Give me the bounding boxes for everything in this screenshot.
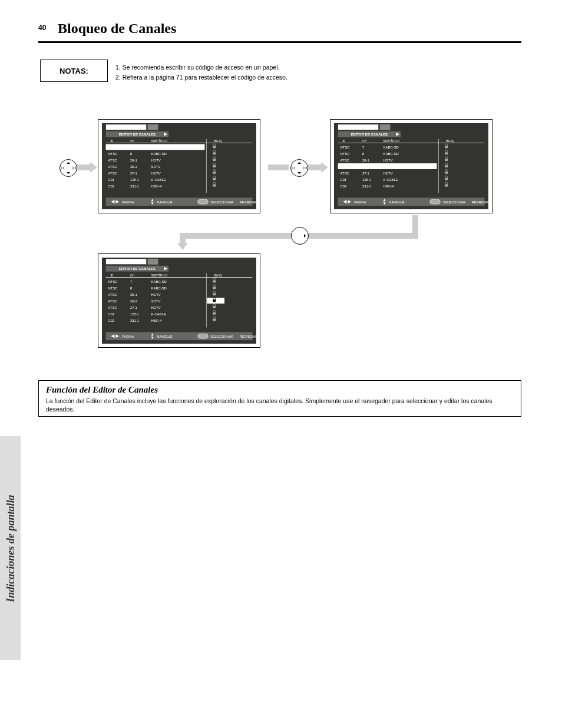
arrow-down-icon bbox=[177, 243, 188, 250]
svg-text:NAVEGUE: NAVEGUE bbox=[157, 200, 172, 204]
svg-text:SDTV: SDTV bbox=[151, 165, 161, 169]
svg-text:26-2: 26-2 bbox=[130, 299, 137, 303]
svg-text:BLOQUEAR: BLOQUEAR bbox=[115, 259, 137, 264]
svg-rect-87 bbox=[445, 178, 448, 180]
svg-text:7: 7 bbox=[130, 280, 132, 284]
svg-text:NAVEGUE: NAVEGUE bbox=[389, 200, 404, 204]
editor-function-box: Función del Editor de Canales La función… bbox=[38, 380, 521, 417]
svg-text:REGRESAR: REGRESAR bbox=[240, 335, 258, 338]
svg-text:231-1: 231-1 bbox=[362, 185, 371, 188]
svg-rect-16 bbox=[213, 146, 216, 148]
svg-text:HDTV: HDTV bbox=[384, 172, 393, 175]
note-1: 1. Se recomienda escribir su código de a… bbox=[115, 64, 279, 71]
svg-text:SUBTÍTULO: SUBTÍTULO bbox=[384, 139, 400, 143]
svg-text:C02: C02 bbox=[340, 185, 347, 188]
svg-text:BLOQUEAR: BLOQUEAR bbox=[348, 125, 369, 130]
svg-text:KABC-SD: KABC-SD bbox=[151, 146, 167, 149]
svg-rect-83 bbox=[445, 172, 448, 174]
svg-text:EDITOR DE CANALES: EDITOR DE CANALES bbox=[351, 133, 388, 136]
svg-text:SELECCIONAR: SELECCIONAR bbox=[442, 200, 465, 204]
svg-text:26-2: 26-2 bbox=[130, 165, 137, 169]
svg-text:SELECCIONAR: SELECCIONAR bbox=[210, 200, 233, 204]
svg-text:BLOQ: BLOQ bbox=[214, 274, 222, 277]
osd-screenshot-1: BLOQUEAREDITOR DE CANALESIDCHSUBTÍTULOBL… bbox=[98, 119, 260, 213]
svg-text:27-1: 27-1 bbox=[362, 172, 369, 175]
svg-text:SELECCIONAR: SELECCIONAR bbox=[210, 335, 233, 338]
svg-text:125-1: 125-1 bbox=[362, 178, 371, 182]
svg-text:27-1: 27-1 bbox=[130, 306, 137, 309]
svg-text:C01: C01 bbox=[340, 178, 347, 182]
svg-text:C01: C01 bbox=[108, 312, 115, 316]
svg-rect-74 bbox=[445, 159, 448, 161]
svg-text:K-CABLE: K-CABLE bbox=[384, 178, 398, 182]
svg-rect-138 bbox=[213, 312, 216, 315]
svg-rect-24 bbox=[213, 159, 216, 161]
navigator-dial-right-icon bbox=[291, 227, 309, 245]
svg-rect-142 bbox=[213, 319, 216, 321]
svg-text:BLOQ: BLOQ bbox=[446, 140, 454, 143]
svg-rect-150 bbox=[198, 334, 209, 338]
svg-text:ATSC: ATSC bbox=[108, 172, 118, 175]
svg-text:26-2: 26-2 bbox=[362, 165, 369, 169]
side-tab: Indicaciones de pantalla bbox=[0, 436, 21, 660]
navigator-dial-updown-icon bbox=[290, 159, 308, 177]
svg-text:NTSC: NTSC bbox=[108, 286, 118, 290]
svg-text:HDTV: HDTV bbox=[151, 293, 161, 297]
note-2: 2. Refiera a la página 71 para restablec… bbox=[115, 74, 287, 81]
svg-text:ATSC: ATSC bbox=[340, 172, 350, 175]
svg-rect-121 bbox=[213, 286, 216, 289]
svg-text:8: 8 bbox=[130, 152, 133, 156]
svg-text:27-1: 27-1 bbox=[130, 172, 137, 175]
svg-text:125-1: 125-1 bbox=[130, 178, 139, 182]
svg-text:C01: C01 bbox=[108, 178, 115, 182]
svg-rect-91 bbox=[445, 185, 448, 187]
editor-box-text: La función del Editor de Canales incluye… bbox=[46, 397, 514, 413]
flow-arrow bbox=[77, 164, 90, 170]
svg-text:26-1: 26-1 bbox=[130, 293, 137, 297]
svg-text:ID: ID bbox=[110, 274, 113, 277]
svg-text:HDTV: HDTV bbox=[151, 306, 161, 309]
svg-rect-20 bbox=[213, 152, 216, 154]
osd-screenshot-3: BLOQUEAREDITOR DE CANALESIDCHSUBTÍTULOBL… bbox=[98, 253, 260, 348]
section-heading: Bloqueo de Canales bbox=[58, 21, 176, 37]
svg-text:NTSC: NTSC bbox=[108, 152, 118, 156]
svg-rect-66 bbox=[445, 146, 448, 148]
svg-text:CH: CH bbox=[130, 140, 135, 143]
svg-rect-99 bbox=[430, 199, 441, 204]
side-tab-label: Indicaciones de pantalla bbox=[4, 495, 16, 602]
svg-text:7: 7 bbox=[130, 146, 132, 149]
svg-rect-125 bbox=[213, 293, 216, 295]
svg-text:HBO-4: HBO-4 bbox=[151, 185, 163, 188]
svg-text:26-1: 26-1 bbox=[130, 159, 137, 162]
svg-text:ID: ID bbox=[110, 140, 113, 143]
svg-rect-79 bbox=[445, 165, 448, 167]
svg-rect-2 bbox=[148, 124, 158, 130]
editor-box-title: Función del Editor de Canales bbox=[46, 385, 514, 395]
svg-text:CH: CH bbox=[130, 274, 135, 277]
svg-text:EDITOR DE CANALES: EDITOR DE CANALES bbox=[119, 133, 156, 136]
svg-text:K-CABLE: K-CABLE bbox=[151, 312, 166, 316]
svg-text:NTSC: NTSC bbox=[340, 152, 351, 156]
svg-rect-130 bbox=[213, 299, 216, 302]
svg-text:231-1: 231-1 bbox=[130, 185, 139, 188]
svg-text:KABC-SD: KABC-SD bbox=[151, 286, 167, 290]
svg-text:ATSC: ATSC bbox=[108, 299, 118, 303]
svg-text:ATSC: ATSC bbox=[340, 165, 350, 169]
svg-text:REGRESAR: REGRESAR bbox=[472, 200, 490, 204]
svg-text:BLOQ: BLOQ bbox=[214, 140, 222, 143]
svg-rect-104 bbox=[148, 259, 158, 265]
svg-text:NAVEGUE: NAVEGUE bbox=[157, 335, 172, 338]
svg-text:ATSC: ATSC bbox=[340, 159, 350, 162]
flow-arrow bbox=[308, 164, 321, 170]
svg-text:ID: ID bbox=[342, 140, 345, 143]
svg-text:HBO-4: HBO-4 bbox=[151, 319, 163, 322]
svg-text:PAGINA: PAGINA bbox=[354, 200, 366, 204]
svg-rect-70 bbox=[445, 152, 448, 154]
svg-text:K-CABLE: K-CABLE bbox=[151, 178, 166, 182]
svg-text:ATSC: ATSC bbox=[108, 159, 118, 162]
osd-screenshot-2: BLOQUEAREDITOR DE CANALESIDCHSUBTÍTULOBL… bbox=[330, 119, 492, 213]
svg-rect-134 bbox=[213, 306, 216, 308]
arrow-right-icon bbox=[321, 162, 328, 173]
svg-text:BLOQUEAR: BLOQUEAR bbox=[115, 125, 137, 130]
svg-text:ATSC: ATSC bbox=[108, 306, 118, 309]
